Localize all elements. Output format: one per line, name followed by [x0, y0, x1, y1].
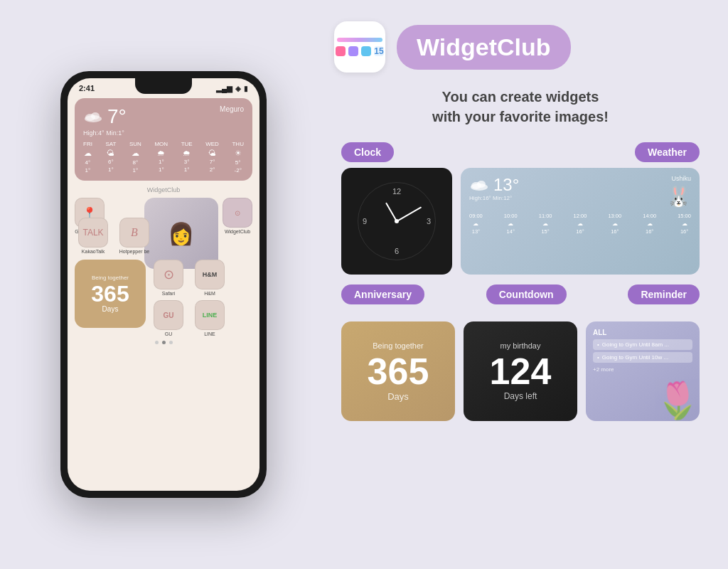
- tagline-line2: with your favorite images!: [334, 107, 707, 127]
- weather-preview-temp: 13°: [493, 175, 519, 195]
- gu-icon[interactable]: GU: [154, 300, 183, 330]
- app-name-badge: WidgetClub: [397, 25, 571, 70]
- safari-icon[interactable]: ⊙: [154, 260, 183, 289]
- countdown-preview-days: Days left: [504, 391, 537, 401]
- weather-preview-location: Ushiku: [671, 175, 691, 182]
- hm-icon[interactable]: H&M: [195, 260, 225, 289]
- app-safari: ⊙ Safari: [150, 260, 187, 296]
- logo-dot-purple: [348, 46, 358, 56]
- icon-row-2: GU GU LINE LINE: [150, 300, 228, 336]
- bottom-widget-row: Being together 365 Days ⊙ Safari: [75, 260, 252, 336]
- reminder-more: +2 more: [593, 366, 692, 373]
- phone-content: 7° High:4° Min:1° Meguro FRI☁4°1°: [68, 95, 259, 350]
- widget-labels-row-1: Clock Weather: [334, 142, 707, 162]
- phone-notch: [135, 78, 192, 94]
- clock-12: 12: [392, 187, 401, 196]
- kakao-icon[interactable]: TALK: [78, 218, 108, 248]
- phone-screen: 2:41 ▂▄▆ ◈ ▮: [68, 78, 259, 491]
- flowers-icon: 🌷: [655, 380, 700, 421]
- phone-weather-forecast: FRI☁4°1° SAT🌤6°1° SUN☁8°1° MON🌧1°1° TUE🌧…: [83, 141, 244, 174]
- clock-preview: 12 3 6 9: [341, 168, 452, 275]
- clock-9: 9: [363, 217, 367, 225]
- phone-section: 2:41 ▂▄▆ ◈ ▮: [0, 0, 327, 569]
- phone-device: 2:41 ▂▄▆ ◈ ▮: [60, 71, 267, 498]
- countdown-label-badge: Countdown: [486, 284, 567, 304]
- safari-label: Safari: [162, 291, 175, 296]
- app-line: LINE LINE: [191, 300, 228, 336]
- phone-anniversary-widget: Being together 365 Days: [75, 260, 146, 328]
- gu-label: GU: [165, 331, 173, 336]
- clock-face: 12 3 6 9: [358, 182, 436, 260]
- logo-dot-blue: [361, 46, 371, 56]
- logo-number: 15: [374, 46, 384, 56]
- widgetclub-app-icon[interactable]: ⊙: [223, 198, 252, 228]
- main-container: 2:41 ▂▄▆ ◈ ▮: [0, 0, 728, 569]
- svg-point-5: [477, 181, 486, 188]
- wifi-icon: ◈: [235, 85, 241, 92]
- reminder-item-1: • Going to Gym Until 8am ...: [593, 339, 692, 350]
- tagline-line1: You can create widgets: [334, 87, 707, 107]
- widget-previews-row2: Being together 365 Days my birthday 124 …: [334, 321, 707, 421]
- icon-row-1: ⊙ Safari H&M H&M: [150, 260, 228, 296]
- weather-label-badge: Weather: [635, 142, 700, 162]
- clock-center-dot: [395, 219, 399, 223]
- phone-widgetclub-label: WidgetClub: [75, 186, 252, 193]
- photo-widget: 👩: [144, 198, 218, 269]
- right-section: 15 WidgetClub You can create widgets wit…: [327, 0, 728, 569]
- clock-label-badge: Clock: [341, 142, 394, 162]
- line-label: LINE: [204, 331, 215, 336]
- app-name: WidgetClub: [417, 33, 551, 60]
- phone-weather-temp: 7°: [107, 105, 127, 128]
- phone-time: 2:41: [79, 84, 95, 92]
- widgetclub-app-label: WidgetClub: [225, 229, 250, 234]
- phone-anniv-days: Days: [102, 305, 119, 313]
- reminder-label-badge: Reminder: [628, 284, 700, 304]
- tagline: You can create widgets with your favorit…: [334, 87, 707, 127]
- small-icons-col: ⊙ Safari H&M H&M GU: [150, 260, 228, 336]
- weather-preview-cloud-icon: [469, 179, 489, 191]
- anniversary-label-badge: Anniversary: [341, 284, 424, 304]
- logo-stripe: [337, 38, 382, 42]
- kakao-label: KakaoTalk: [82, 249, 105, 254]
- phone-anniv-text: Being together: [92, 275, 129, 281]
- dot-2: [162, 341, 166, 344]
- phone-weather-highlow: High:4° Min:1°: [83, 129, 127, 137]
- weather-preview-highlow: High:16° Min:12°: [469, 195, 519, 201]
- logo-dots: 15: [336, 46, 384, 56]
- pagination-dots: [75, 341, 252, 344]
- signal-icon: ▂▄▆: [216, 85, 232, 92]
- line-icon[interactable]: LINE: [195, 300, 225, 330]
- anniv-preview-text: Being together: [373, 341, 424, 350]
- phone-weather-widget: 7° High:4° Min:1° Meguro FRI☁4°1°: [75, 98, 252, 181]
- app-logo: 15: [334, 21, 385, 73]
- clock-6: 6: [395, 247, 399, 255]
- anniversary-preview: Being together 365 Days: [341, 321, 455, 421]
- hotpepper-icon[interactable]: B: [119, 218, 149, 248]
- app-kakao: TALK KakaoTalk: [75, 218, 112, 254]
- clock-3: 3: [427, 217, 431, 225]
- app-gu: GU GU: [150, 300, 187, 336]
- svg-point-2: [91, 112, 100, 119]
- reminder-all-label: ALL: [593, 329, 692, 336]
- anniv-preview-days: Days: [387, 391, 409, 402]
- dot-1: [155, 341, 159, 344]
- phone-weather-location: Meguro: [220, 105, 244, 113]
- status-icons: ▂▄▆ ◈ ▮: [216, 85, 248, 92]
- app-hotpepper: B Hotpepper be: [116, 218, 153, 254]
- cloud-icon: [83, 110, 103, 123]
- countdown-preview-text: my birthday: [500, 341, 541, 350]
- app-widgetclub-cell: ⊙ WidgetClub: [223, 198, 252, 269]
- app-hm: H&M H&M: [191, 260, 228, 296]
- hotpepper-label: Hotpepper be: [119, 249, 149, 254]
- countdown-preview: my birthday 124 Days left: [464, 321, 577, 421]
- dot-3: [169, 341, 173, 344]
- widget-labels-row-2: Anniversary Countdown Reminder: [334, 284, 707, 304]
- widget-previews-row1: 12 3 6 9: [334, 168, 707, 275]
- battery-icon: ▮: [244, 85, 248, 92]
- logo-dot-pink: [336, 46, 346, 56]
- weather-preview: 13° High:16° Min:12° Ushiku 🐰 09:00☁13° …: [461, 168, 700, 275]
- countdown-preview-num: 124: [490, 353, 552, 390]
- anniv-preview-num: 365: [368, 353, 429, 390]
- app-header: 15 WidgetClub: [334, 21, 707, 73]
- reminder-preview: ALL • Going to Gym Until 8am ... • Going…: [586, 321, 700, 421]
